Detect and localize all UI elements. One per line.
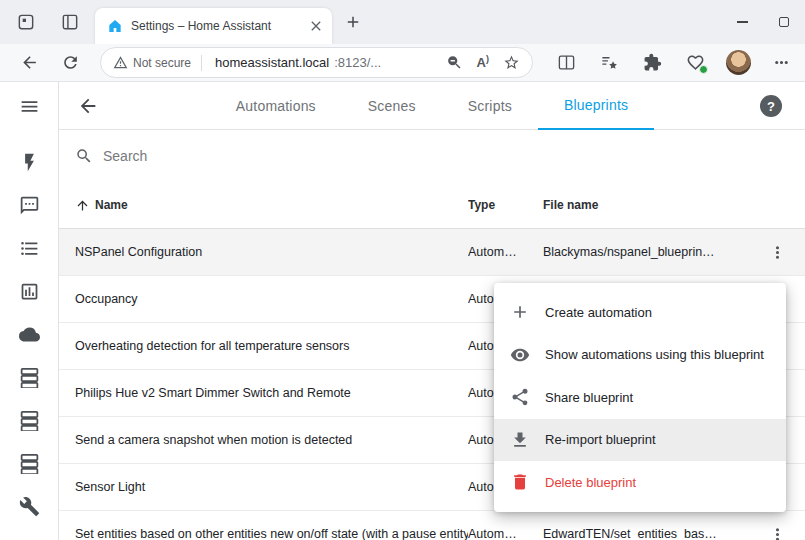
tab-actions-icon[interactable] [60, 12, 80, 32]
blueprint-context-menu: Create automation Show automations using… [494, 283, 786, 512]
zoom-icon[interactable] [446, 54, 463, 71]
header-type[interactable]: Type [468, 198, 543, 212]
row-name: Occupancy [59, 292, 468, 306]
table-row[interactable]: NSPanel Configuration Autom… Blackymas/n… [59, 229, 805, 276]
sort-arrow-icon[interactable] [75, 198, 90, 213]
sidebar-history-icon[interactable] [0, 273, 58, 309]
menu-reimport-blueprint[interactable]: Re-import blueprint [494, 419, 786, 462]
row-name: Philips Hue v2 Smart Dimmer Switch and R… [59, 386, 468, 400]
browser-toolbar: Not secure homeassistant.local :8123/...… [0, 44, 805, 82]
sidebar-logbook-icon[interactable] [0, 230, 58, 266]
row-name: Sensor Light [59, 480, 468, 494]
sidebar-addon-icon[interactable] [0, 359, 58, 395]
favorite-star-icon[interactable] [503, 54, 520, 71]
table-header: Name Type File name [59, 182, 805, 229]
tab-scenes[interactable]: Scenes [342, 82, 442, 130]
back-button[interactable] [20, 53, 39, 72]
sidebar-assist-icon[interactable] [0, 187, 58, 223]
sidebar-menu-icon[interactable] [0, 88, 58, 124]
refresh-button[interactable] [61, 53, 80, 72]
address-divider [201, 55, 202, 71]
tab-automations[interactable]: Automations [210, 82, 342, 130]
row-file: Blackymas/nspanel_blueprin… [543, 245, 749, 259]
sidebar-addon-icon[interactable] [0, 445, 58, 481]
search-input[interactable] [103, 148, 423, 164]
trash-icon [510, 472, 530, 492]
not-secure-warning-icon [113, 55, 128, 70]
help-icon[interactable]: ? [760, 95, 782, 117]
read-aloud-icon[interactable]: A [477, 55, 489, 69]
menu-show-automations[interactable]: Show automations using this blueprint [494, 334, 786, 377]
url-path[interactable]: :8123/... [334, 55, 381, 70]
ha-sidebar [0, 82, 59, 540]
row-overflow-icon[interactable] [768, 243, 787, 262]
tab-scripts[interactable]: Scripts [442, 82, 538, 130]
eye-icon [510, 345, 530, 365]
security-label[interactable]: Not secure [133, 56, 191, 70]
ha-header: Automations Scenes Scripts Blueprints ? [59, 82, 805, 130]
menu-create-automation[interactable]: Create automation [494, 291, 786, 334]
browser-tab[interactable]: Settings – Home Assistant [95, 8, 332, 44]
tab-blueprints[interactable]: Blueprints [538, 82, 654, 130]
row-overflow-icon[interactable] [768, 525, 787, 540]
profile-avatar[interactable] [717, 50, 760, 75]
split-screen-icon[interactable] [545, 53, 588, 72]
search-icon [75, 147, 93, 165]
browser-titlebar: Settings – Home Assistant [0, 0, 805, 44]
row-file: EdwardTEN/set_entities_bas… [543, 527, 749, 540]
maximize-button[interactable] [763, 0, 805, 44]
plus-icon [510, 302, 530, 322]
menu-delete-blueprint[interactable]: Delete blueprint [494, 461, 786, 504]
home-assistant-favicon [107, 18, 123, 34]
row-type: Autom… [468, 527, 543, 540]
favorites-icon[interactable] [588, 53, 631, 72]
ha-nav-tabs: Automations Scenes Scripts Blueprints [59, 82, 805, 130]
row-name: NSPanel Configuration [59, 245, 468, 259]
row-type: Autom… [468, 245, 543, 259]
sidebar-tools-icon[interactable] [0, 488, 58, 524]
browser-menu-icon[interactable] [760, 53, 803, 72]
sidebar-addon-icon[interactable] [0, 402, 58, 438]
new-tab-button[interactable] [344, 13, 362, 31]
menu-share-blueprint[interactable]: Share blueprint [494, 376, 786, 419]
search-row [59, 130, 805, 182]
address-bar[interactable]: Not secure homeassistant.local :8123/...… [100, 47, 533, 78]
row-name: Set entities based on other entities new… [59, 527, 468, 540]
header-name[interactable]: Name [95, 198, 128, 212]
table-row[interactable]: Set entities based on other entities new… [59, 511, 805, 540]
row-name: Overheating detection for all temperatur… [59, 339, 468, 353]
tab-close-icon[interactable] [308, 18, 324, 34]
minimize-button[interactable] [721, 0, 763, 44]
browser-essentials-icon[interactable] [674, 53, 717, 72]
workspaces-icon[interactable] [16, 12, 36, 32]
tab-title: Settings – Home Assistant [131, 19, 300, 33]
row-name: Send a camera snapshot when motion is de… [59, 433, 468, 447]
header-file[interactable]: File name [543, 198, 749, 212]
extensions-icon[interactable] [631, 53, 674, 72]
sidebar-energy-icon[interactable] [0, 144, 58, 180]
share-icon [510, 387, 530, 407]
essentials-status-dot [699, 65, 708, 74]
url-host[interactable]: homeassistant.local [215, 55, 329, 70]
download-icon [510, 430, 530, 450]
sidebar-cloud-icon[interactable] [0, 316, 58, 352]
